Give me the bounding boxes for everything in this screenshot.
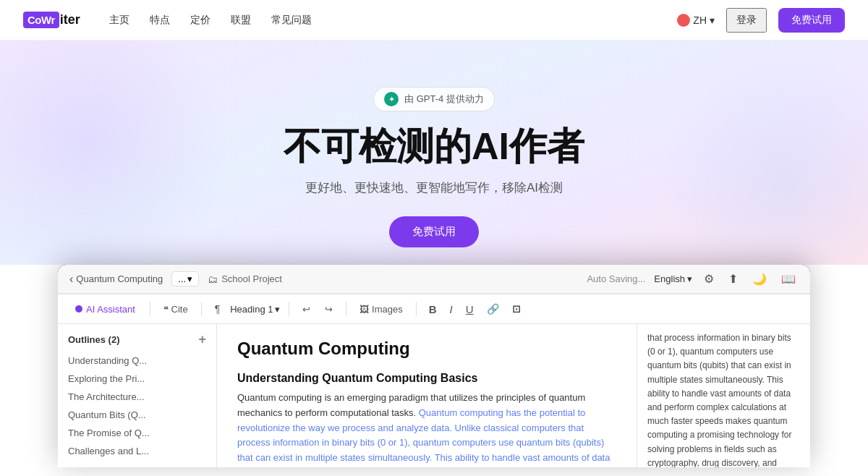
gpt-badge: ✦ 由 GPT-4 提供动力 [373,87,495,111]
toolbar-separator-2 [201,302,202,316]
ai-assistant-label: AI Assistant [86,304,135,315]
back-arrow-icon: ‹ [69,273,73,286]
underline-button[interactable]: U [462,302,477,317]
logo-box: CoWr [23,12,59,28]
editor-main-content[interactable]: Quantum Computing Understanding Quantum … [217,324,637,467]
folder-breadcrumb[interactable]: 🗂 School Project [208,273,282,285]
cite-icon: ❝ [163,304,169,315]
logo[interactable]: CoWr iter [23,12,80,28]
images-label: Images [372,304,403,315]
editor-lang-chevron-icon: ▾ [687,273,692,284]
editor-toolbar: AI Assistant ❝ Cite ¶ Heading 1 ▾ ↩ ↪ 🖼 … [58,294,810,324]
editor-lang-select[interactable]: English ▾ [654,273,692,284]
heading-selector[interactable]: Heading 1 ▾ [230,304,280,315]
editor-window: ‹ Quantum Computing ... ▾ 🗂 School Proje… [58,265,810,467]
share-icon[interactable]: ⬆ [726,271,741,287]
code-button[interactable]: ⊡ [509,302,524,316]
italic-button[interactable]: I [446,302,456,317]
nav-links: 主页 特点 定价 联盟 常见问题 [109,14,312,27]
section-title: Understanding Quantum Computing Basics [237,372,616,385]
editor-lang-label: English [654,273,685,284]
nav-right: ZH ▾ 登录 免费试用 [677,8,845,33]
outline-item-2[interactable]: Exploring the Pri... [58,370,216,388]
folder-icon: 🗂 [208,273,218,285]
auto-saving-status: Auto Saving... [587,273,645,284]
hero-title: 不可检测的AI作者 [284,126,584,167]
folder-name: School Project [221,273,282,284]
document-title: Quantum Computing [237,339,616,359]
right-panel: that process information in binary bits … [637,324,810,467]
outline-item-5[interactable]: The Promise of Q... [58,424,216,442]
paragraph-icon: ¶ [210,301,225,317]
back-navigation[interactable]: ‹ Quantum Computing [69,273,163,286]
outlines-header: Outlines (2) + [58,333,216,352]
nav-faq[interactable]: 常见问题 [271,14,312,27]
login-button[interactable]: 登录 [726,8,767,33]
nav-features[interactable]: 特点 [150,14,170,27]
outline-item-1[interactable]: Understanding Q... [58,352,216,370]
doc-paragraph: Quantum computing is an emerging paradig… [237,391,616,467]
redo-button[interactable]: ↪ [320,302,337,317]
images-button[interactable]: 🖼 Images [355,302,407,317]
nav-affiliate[interactable]: 联盟 [231,14,251,27]
bold-button[interactable]: B [425,302,441,317]
gpt-badge-text: 由 GPT-4 提供动力 [404,93,484,106]
gpt-icon: ✦ [384,92,399,106]
outline-item-6[interactable]: Challenges and L... [58,442,216,460]
titlebar-right: Auto Saving... English ▾ ⚙ ⬆ 🌙 📖 [587,271,799,287]
image-icon: 🖼 [359,304,369,315]
ai-dot-icon [75,305,82,313]
cite-label: Cite [171,304,188,315]
nav-pricing[interactable]: 定价 [190,14,210,27]
heading-label: Heading 1 [230,304,273,315]
outline-item-4[interactable]: Quantum Bits (Q... [58,406,216,424]
ellipsis-chevron-icon: ▾ [187,273,192,284]
editor-body: Outlines (2) + Understanding Q... Explor… [58,324,810,467]
outlines-sidebar: Outlines (2) + Understanding Q... Explor… [58,324,217,467]
lang-label: ZH [693,14,707,26]
outline-item-3[interactable]: The Architecture... [58,388,216,406]
right-panel-text-1: that process information in binary bits … [647,331,800,467]
lang-chevron-icon: ▾ [710,14,715,26]
settings-icon[interactable]: ⚙ [701,271,717,287]
moon-icon[interactable]: 🌙 [749,271,770,287]
toolbar-separator-1 [150,302,150,316]
editor-titlebar: ‹ Quantum Computing ... ▾ 🗂 School Proje… [58,265,810,294]
free-trial-button[interactable]: 免费试用 [778,8,845,33]
outlines-label: Outlines (2) [68,334,120,345]
toolbar-separator-5 [416,302,417,316]
hero-cta-button[interactable]: 免费试用 [389,216,479,247]
heading-chevron-icon: ▾ [275,304,280,315]
cite-button[interactable]: ❝ Cite [159,302,192,317]
book-icon[interactable]: 📖 [778,271,799,287]
toolbar-separator-4 [346,302,346,316]
toolbar-separator-3 [289,302,289,316]
doc-name-label: Quantum Computing [76,273,163,284]
logo-rest: iter [60,12,80,27]
ellipsis-button[interactable]: ... ▾ [171,271,199,286]
ai-assistant-button[interactable]: AI Assistant [69,301,141,318]
nav-home[interactable]: 主页 [109,14,129,27]
link-button[interactable]: 🔗 [483,302,503,316]
add-outline-button[interactable]: + [198,333,206,346]
navbar: CoWr iter 主页 特点 定价 联盟 常见问题 ZH ▾ 登录 免费试用 [0,0,868,41]
hero-section: ✦ 由 GPT-4 提供动力 不可检测的AI作者 更好地、更快速地、更智能地写作… [0,41,868,265]
undo-button[interactable]: ↩ [298,302,315,317]
language-button[interactable]: ZH ▾ [677,14,715,27]
hero-subtitle: 更好地、更快速地、更智能地写作，移除AI检测 [305,179,563,196]
lang-flag [677,14,690,27]
